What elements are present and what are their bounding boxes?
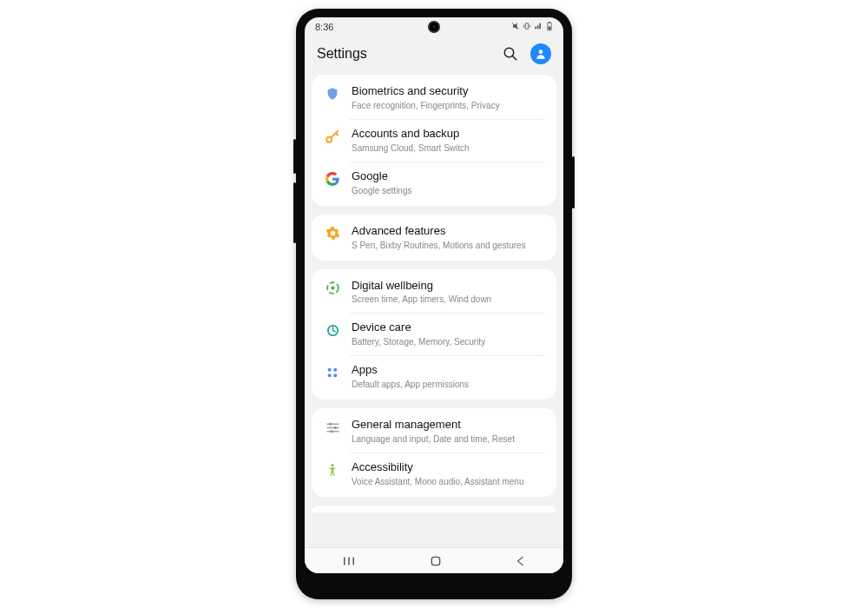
phone-frame: 8:36 Settings (296, 9, 572, 599)
svg-rect-30 (431, 557, 439, 565)
google-icon (324, 170, 341, 188)
search-button[interactable] (503, 46, 518, 62)
svg-point-17 (333, 368, 337, 372)
svg-rect-6 (549, 26, 551, 30)
vibrate-icon (523, 22, 531, 32)
page-title: Settings (317, 46, 367, 62)
item-accessibility[interactable]: Accessibility Voice Assistant, Mono audi… (312, 453, 556, 495)
front-camera (428, 21, 440, 33)
item-title: Apps (352, 363, 544, 378)
item-title: Advanced features (352, 224, 544, 239)
item-google[interactable]: Google Google settings (312, 162, 556, 204)
shield-icon (324, 85, 341, 102)
sliders-icon (324, 419, 341, 436)
svg-point-21 (328, 422, 332, 426)
key-icon (324, 128, 341, 145)
settings-list[interactable]: Biometrics and security Face recognition… (305, 75, 563, 566)
device-care-icon (324, 321, 341, 339)
volume-button (293, 139, 296, 174)
apps-icon (324, 364, 341, 381)
svg-point-26 (331, 464, 333, 466)
item-subtitle: Screen time, App timers, Wind down (352, 294, 544, 305)
settings-group: Biometrics and security Face recognition… (312, 75, 556, 206)
back-button[interactable] (515, 555, 527, 567)
app-header: Settings (305, 36, 563, 75)
item-subtitle: Language and input, Date and time, Reset (352, 433, 544, 445)
item-title: Device care (352, 321, 544, 335)
svg-point-18 (328, 374, 332, 378)
item-device-care[interactable]: Device care Battery, Storage, Memory, Se… (312, 313, 556, 355)
svg-line-8 (512, 56, 516, 60)
svg-rect-1 (525, 23, 528, 30)
accessibility-icon (324, 461, 341, 479)
item-title: General management (352, 418, 544, 433)
svg-point-9 (539, 50, 543, 54)
svg-line-12 (336, 133, 338, 135)
svg-point-16 (328, 368, 332, 372)
item-subtitle: S Pen, Bixby Routines, Motions and gestu… (352, 240, 544, 251)
settings-group: Advanced features S Pen, Bixby Routines,… (312, 215, 556, 261)
item-general-management[interactable]: General management Language and input, D… (312, 410, 556, 453)
svg-point-23 (333, 426, 337, 429)
signal-icon (534, 22, 543, 32)
settings-group: General management Language and input, D… (312, 408, 556, 497)
item-biometrics-security[interactable]: Biometrics and security Face recognition… (312, 76, 556, 119)
item-title: Accounts and backup (352, 127, 544, 142)
item-apps[interactable]: Apps Default apps, App permissions (312, 355, 556, 398)
wellbeing-icon (324, 280, 341, 297)
status-indicators (511, 22, 553, 33)
item-title: Biometrics and security (352, 84, 544, 99)
item-subtitle: Voice Assistant, Mono audio, Assistant m… (352, 476, 544, 487)
svg-rect-5 (549, 22, 550, 23)
gear-icon (324, 225, 341, 242)
item-subtitle: Google settings (352, 185, 544, 196)
profile-button[interactable] (530, 43, 551, 64)
bixby-button (293, 182, 296, 243)
recents-button[interactable] (341, 555, 357, 567)
power-button (572, 156, 575, 208)
mute-icon (511, 22, 520, 32)
item-accounts-backup[interactable]: Accounts and backup Samsung Cloud, Smart… (312, 119, 556, 162)
item-subtitle: Default apps, App permissions (352, 379, 544, 390)
android-navbar (305, 547, 563, 573)
item-digital-wellbeing[interactable]: Digital wellbeing Screen time, App timer… (312, 271, 556, 314)
item-title: Accessibility (352, 460, 544, 475)
item-subtitle: Face recognition, Fingerprints, Privacy (352, 100, 544, 111)
battery-icon (546, 22, 553, 33)
svg-point-14 (331, 286, 334, 289)
item-advanced-features[interactable]: Advanced features S Pen, Bixby Routines,… (312, 216, 556, 259)
item-title: Google (352, 169, 544, 184)
settings-group-partial (312, 506, 556, 512)
item-title: Digital wellbeing (352, 279, 544, 294)
home-button[interactable] (429, 554, 443, 568)
screen: 8:36 Settings (305, 17, 563, 573)
svg-point-19 (333, 374, 337, 378)
svg-point-25 (330, 430, 333, 433)
item-subtitle: Samsung Cloud, Smart Switch (352, 142, 544, 154)
status-time: 8:36 (315, 22, 333, 32)
settings-group: Digital wellbeing Screen time, App timer… (312, 269, 556, 400)
item-subtitle: Battery, Storage, Memory, Security (352, 336, 544, 347)
